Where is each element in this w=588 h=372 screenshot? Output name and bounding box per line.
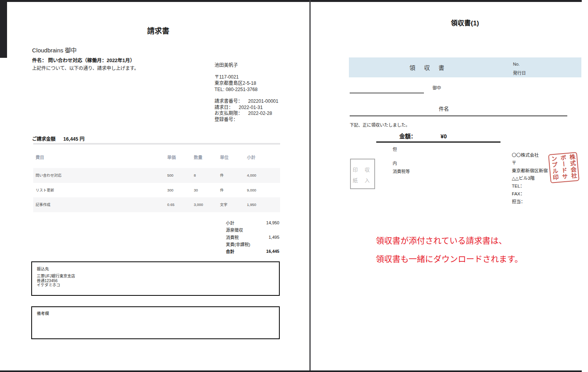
row-unit: 件 bbox=[220, 168, 224, 183]
bank-transfer-box: 振込先 三菱UFJ銀行東京支店 普通123456 イケダミホコ bbox=[31, 261, 280, 296]
issuer-tel-label: TEL： bbox=[512, 182, 548, 190]
receipt-banner-title: 領 収 書 bbox=[409, 63, 448, 72]
row-quantity: 3,000 bbox=[194, 197, 203, 212]
receipt-amount-line: 金額：¥0 bbox=[399, 132, 447, 140]
row-item: 問い合わせ対応 bbox=[36, 168, 62, 183]
issuer-name: 池田美帆子 bbox=[214, 61, 238, 68]
row-subtotal: 4,000 bbox=[247, 168, 256, 183]
billed-amount-value: 16,445 円 bbox=[63, 136, 84, 142]
receipt-amount-label: 金額： bbox=[399, 133, 416, 140]
consumption-tax-value: 1,495 bbox=[268, 235, 279, 240]
receipt-page-title: 領収書(1) bbox=[391, 18, 539, 27]
notes-box: 備考欄 bbox=[31, 306, 280, 339]
row-unit-price: 300 bbox=[167, 183, 173, 198]
due-date-line: お支払期限：2022-02-28 bbox=[214, 111, 278, 117]
revenue-stamp-box: 印 収 紙 入 bbox=[350, 159, 375, 189]
receipt-amount-value: ¥0 bbox=[441, 133, 447, 140]
issuer-fax-label: FAX： bbox=[512, 190, 548, 198]
issuer-address-block: 〒117-0021 東京都豊島区2-5-18 TEL: 080-2251-376… bbox=[214, 74, 257, 93]
totals-block: 小計 14,950 源泉徴収 消費税 1,495 実費(非課税) 合計 16,4… bbox=[226, 219, 279, 255]
page-divider bbox=[309, 0, 311, 372]
issuer-contact-label: 担当： bbox=[512, 198, 548, 206]
issuer-company: 〇〇株式会社 bbox=[512, 152, 548, 159]
row-unit-price: 0.65 bbox=[167, 197, 175, 212]
annotation-note-line-1: 領収書が添付されている請求書は、 bbox=[376, 231, 523, 250]
receipt-issue-date-label: 発行日 bbox=[513, 69, 526, 78]
invoice-meta-block: 請求書番号：202201-00001 請求日：2022-01-31 お支払期限：… bbox=[214, 98, 278, 123]
bank-name: 三菱UFJ銀行東京支店 bbox=[37, 274, 274, 279]
annotation-note-line-2: 領収書も一緒にダウンロードされます。 bbox=[376, 250, 523, 268]
issuer-postal-mark: 〒 bbox=[512, 159, 548, 167]
issuer-address-1: 東京都新宿区新宿 bbox=[512, 167, 548, 175]
subject-divider-rule bbox=[350, 115, 567, 116]
receipt-no-label: No. bbox=[513, 60, 526, 69]
bank-details: 三菱UFJ銀行東京支店 普通123456 イケダミホコ bbox=[37, 274, 274, 288]
invoice-intro: 上記件について、以下の通り、請求申し上げます。 bbox=[32, 64, 139, 71]
receipt-issuer-block: 〇〇株式会社 〒 東京都新宿区新宿 △△ビル3階 TEL： FAX： 担当： bbox=[512, 152, 548, 206]
items-table-body: 問い合わせ対応 500 8 件 4,000 リスト更新 300 30 件 9,0… bbox=[33, 168, 280, 212]
consumption-tax-line: 消費税 1,495 bbox=[226, 234, 279, 241]
bank-account-number: 普通123456 bbox=[37, 279, 274, 283]
revenue-stamp-line-1: 印 収 bbox=[351, 165, 374, 175]
receipt-subject-label: 件名 bbox=[439, 105, 449, 112]
grand-total-label: 合計 bbox=[226, 248, 234, 254]
registration-number-label: 登録番号： bbox=[214, 117, 238, 122]
row-quantity: 8 bbox=[194, 168, 196, 183]
document-viewer: 請求書 Cloudbrains 御中 件名： 問い合わせ対応（稼働月：2022年… bbox=[0, 0, 588, 372]
seal-column-left: ンプル印 bbox=[550, 156, 559, 182]
billed-amount-label: ご請求金額 bbox=[32, 136, 55, 142]
due-date-value: 2022-02-28 bbox=[248, 111, 272, 116]
notes-box-label: 備考欄 bbox=[37, 310, 274, 316]
table-row: リスト更新 300 30 件 9,000 bbox=[33, 183, 280, 198]
row-subtotal: 1,950 bbox=[247, 197, 256, 212]
receipt-statement: 下記、正に領収いたしました。 bbox=[350, 122, 410, 128]
invoice-title: 請求書 bbox=[7, 25, 309, 36]
row-unit: 件 bbox=[220, 183, 224, 198]
breakdown-inner-label: 内 bbox=[393, 160, 397, 166]
expenses-line: 実費(非課税) bbox=[226, 241, 279, 248]
withholding-line: 源泉徴収 bbox=[226, 226, 279, 233]
invoice-date-line: 請求日：2022-01-31 bbox=[214, 105, 278, 111]
col-header-unit-price: 単価 bbox=[167, 154, 176, 160]
company-seal: ンプル印 ボードサ 株式会社 bbox=[548, 152, 579, 183]
consumption-tax-label: 消費税 bbox=[226, 234, 239, 240]
due-date-label: お支払期限： bbox=[214, 111, 243, 116]
row-quantity: 30 bbox=[194, 183, 198, 198]
bank-box-label: 振込先 bbox=[37, 266, 274, 272]
row-unit: 文字 bbox=[220, 197, 227, 212]
grand-total-value: 16,445 bbox=[266, 249, 279, 254]
issuer-postal: 〒117-0021 bbox=[214, 74, 257, 80]
addressee-suffix: 御中 bbox=[433, 84, 441, 91]
viewer-bottom-edge bbox=[0, 370, 582, 372]
viewer-left-edge bbox=[0, 0, 7, 58]
withholding-label: 源泉徴収 bbox=[226, 227, 243, 233]
billed-amount-line: ご請求金額16,445 円 bbox=[32, 135, 84, 142]
seal-column-right: 株式会社 bbox=[569, 154, 577, 180]
receipt-banner-meta: No. 発行日 bbox=[513, 60, 526, 78]
invoice-number-line: 請求書番号：202201-00001 bbox=[214, 98, 278, 105]
table-row: 記事作成 0.65 3,000 文字 1,950 bbox=[33, 197, 280, 212]
annotation-note: 領収書が添付されている請求書は、 領収書も一緒にダウンロードされます。 bbox=[376, 231, 523, 268]
amount-divider-rule bbox=[33, 143, 280, 145]
subtotal-value: 14,950 bbox=[266, 220, 279, 225]
row-item: リスト更新 bbox=[36, 183, 54, 198]
subtotal-label: 小計 bbox=[226, 220, 234, 226]
invoice-recipient: Cloudbrains 御中 bbox=[32, 46, 77, 54]
col-header-quantity: 数量 bbox=[194, 154, 202, 160]
col-header-item: 費目 bbox=[36, 154, 44, 160]
receipt-banner: 領 収 書 No. 発行日 bbox=[349, 57, 581, 77]
grand-total-line: 合計 16,445 bbox=[226, 248, 279, 255]
expenses-label: 実費(非課税) bbox=[226, 241, 250, 247]
proviso-label: 但 bbox=[393, 146, 397, 152]
breakdown-tax-label: 消費税等 bbox=[393, 168, 410, 174]
col-header-subtotal: 小計 bbox=[247, 154, 256, 160]
addressee-underline bbox=[350, 93, 424, 93]
issuer-address-2: △△ビル3階 bbox=[512, 175, 548, 182]
bank-account-holder: イケダミホコ bbox=[37, 283, 274, 288]
table-row: 問い合わせ対応 500 8 件 4,000 bbox=[33, 168, 280, 183]
seal-column-middle: ボードサ bbox=[560, 154, 568, 181]
invoice-number-label: 請求書番号： bbox=[214, 98, 243, 104]
registration-number-line: 登録番号： bbox=[214, 117, 278, 123]
issuer-tel: TEL: 080-2251-3768 bbox=[214, 86, 257, 93]
amount-underline-rule bbox=[376, 141, 500, 143]
